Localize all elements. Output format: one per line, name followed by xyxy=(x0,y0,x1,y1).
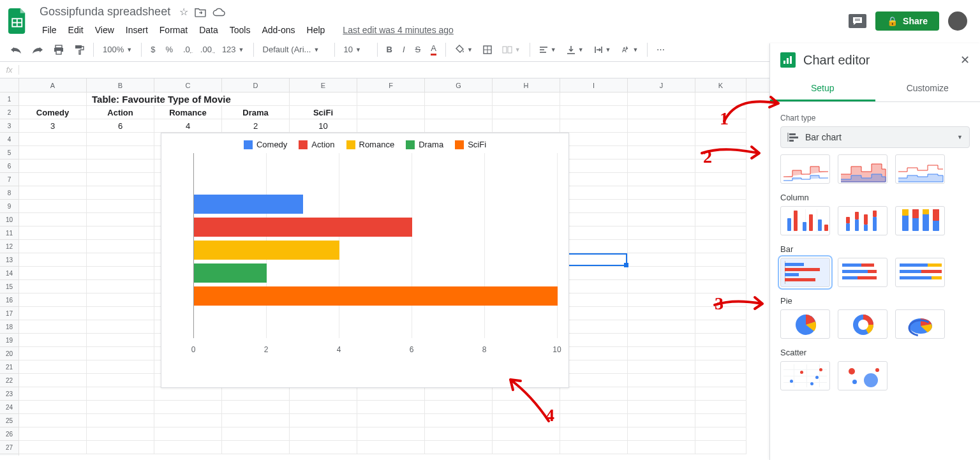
thumb-pie-donut[interactable] xyxy=(838,309,887,339)
cell[interactable] xyxy=(695,226,746,240)
cell[interactable] xyxy=(87,320,154,334)
cell[interactable] xyxy=(628,334,695,347)
thumb-pie-3d[interactable] xyxy=(895,309,945,339)
cell[interactable] xyxy=(628,293,695,307)
cell[interactable] xyxy=(560,160,628,173)
column-header[interactable]: C xyxy=(154,78,222,92)
row-header[interactable]: 26 xyxy=(0,427,19,441)
cell[interactable] xyxy=(19,240,87,253)
cell[interactable] xyxy=(19,200,87,213)
thumb-pie-1[interactable] xyxy=(780,309,830,339)
row-header[interactable]: 13 xyxy=(0,253,19,267)
cell[interactable] xyxy=(357,441,425,454)
embedded-chart[interactable]: ComedyActionRomanceDramaSciFi 0246810 xyxy=(161,133,569,388)
cell[interactable] xyxy=(87,401,154,414)
cell[interactable]: Table: Favourite Type of Movie xyxy=(87,93,290,106)
cell[interactable] xyxy=(425,441,493,454)
cell[interactable] xyxy=(87,293,154,307)
menu-addons[interactable]: Add-ons xyxy=(256,22,300,38)
cell[interactable] xyxy=(628,106,695,119)
menu-data[interactable]: Data xyxy=(194,22,223,38)
cell[interactable] xyxy=(425,387,493,401)
column-header[interactable]: B xyxy=(87,78,154,92)
h-align-button[interactable]: ▼ xyxy=(535,43,560,56)
row-header[interactable]: 21 xyxy=(0,360,19,374)
cell[interactable] xyxy=(87,280,154,293)
font-size-select[interactable]: 10▼ xyxy=(340,42,372,57)
thumb-column-stacked[interactable] xyxy=(838,206,887,235)
cell[interactable] xyxy=(19,334,87,347)
thumb-column-100[interactable] xyxy=(895,206,945,235)
text-color-button[interactable]: A xyxy=(427,41,440,58)
cell[interactable]: 10 xyxy=(290,119,357,133)
cell[interactable] xyxy=(628,93,695,106)
cell[interactable] xyxy=(87,146,154,160)
close-icon[interactable]: ✕ xyxy=(960,53,970,67)
cell[interactable] xyxy=(695,186,746,200)
cell[interactable] xyxy=(628,213,695,226)
cell[interactable] xyxy=(19,146,87,160)
thumb-stepped-area-3[interactable] xyxy=(895,154,945,184)
cell[interactable] xyxy=(695,213,746,226)
cell[interactable] xyxy=(290,427,357,441)
cell[interactable] xyxy=(87,334,154,347)
cell[interactable] xyxy=(628,401,695,414)
cell[interactable] xyxy=(19,427,87,441)
cell[interactable] xyxy=(87,186,154,200)
v-align-button[interactable]: ▼ xyxy=(563,43,588,57)
cell[interactable] xyxy=(87,240,154,253)
cell[interactable]: Romance xyxy=(154,106,222,119)
cell[interactable] xyxy=(19,133,87,146)
undo-button[interactable] xyxy=(6,43,26,56)
cell[interactable] xyxy=(87,133,154,146)
cell[interactable] xyxy=(357,119,425,133)
cell[interactable] xyxy=(154,401,222,414)
tab-customize[interactable]: Customize xyxy=(875,77,981,101)
cell[interactable] xyxy=(290,441,357,454)
column-header[interactable]: J xyxy=(628,78,695,92)
row-header[interactable]: 24 xyxy=(0,401,19,414)
format-currency[interactable]: $ xyxy=(147,42,159,57)
row-header[interactable]: 20 xyxy=(0,347,19,360)
cell[interactable] xyxy=(425,401,493,414)
cell[interactable] xyxy=(19,414,87,427)
row-header[interactable]: 5 xyxy=(0,146,19,160)
row-header[interactable]: 22 xyxy=(0,374,19,387)
cell[interactable] xyxy=(357,93,425,106)
cell[interactable] xyxy=(628,160,695,173)
tab-setup[interactable]: Setup xyxy=(770,77,875,101)
row-header[interactable]: 4 xyxy=(0,133,19,146)
cell[interactable] xyxy=(19,374,87,387)
fill-color-button[interactable]: ▼ xyxy=(451,42,477,57)
column-header[interactable]: G xyxy=(425,78,493,92)
cell[interactable] xyxy=(560,441,628,454)
cell[interactable] xyxy=(19,173,87,186)
cell[interactable] xyxy=(628,133,695,146)
paint-format-button[interactable] xyxy=(70,42,88,57)
cell[interactable] xyxy=(628,414,695,427)
cell[interactable] xyxy=(628,119,695,133)
cell[interactable] xyxy=(357,106,425,119)
thumb-stepped-area-1[interactable] xyxy=(780,154,830,184)
decrease-decimal[interactable]: .0← xyxy=(179,42,194,57)
cell[interactable] xyxy=(87,253,154,267)
cell[interactable] xyxy=(695,374,746,387)
cell[interactable] xyxy=(493,441,560,454)
cell[interactable]: 6 xyxy=(87,119,154,133)
cell[interactable] xyxy=(628,347,695,360)
row-header[interactable]: 19 xyxy=(0,334,19,347)
cell[interactable] xyxy=(695,414,746,427)
cell[interactable] xyxy=(628,253,695,267)
cell[interactable] xyxy=(87,307,154,320)
cell[interactable]: 2 xyxy=(222,119,290,133)
row-header[interactable]: 7 xyxy=(0,173,19,186)
cell[interactable] xyxy=(19,213,87,226)
row-header[interactable]: 23 xyxy=(0,387,19,401)
cell[interactable] xyxy=(290,93,357,106)
cell[interactable]: 4 xyxy=(154,119,222,133)
cell[interactable] xyxy=(560,240,628,253)
row-header[interactable]: 6 xyxy=(0,160,19,173)
cell[interactable] xyxy=(87,160,154,173)
row-header[interactable]: 10 xyxy=(0,213,19,226)
cell[interactable] xyxy=(493,401,560,414)
